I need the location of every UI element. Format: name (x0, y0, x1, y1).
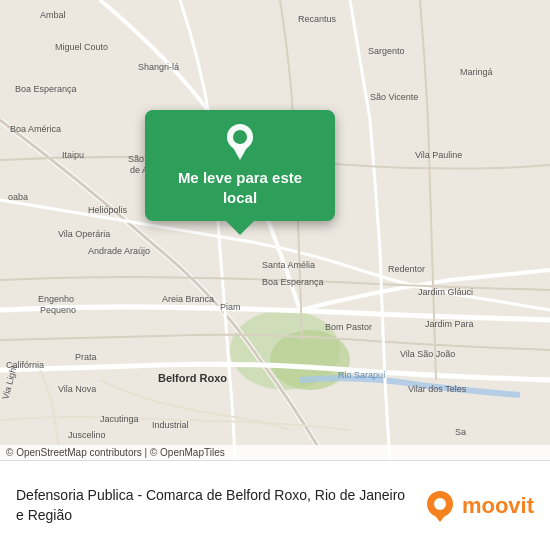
svg-text:Andrade Araújo: Andrade Araújo (88, 246, 150, 256)
svg-marker-47 (432, 512, 448, 522)
svg-text:Santa Amélia: Santa Amélia (262, 260, 315, 270)
moovit-brand-label: moovit (462, 493, 534, 519)
svg-text:Boa Esperança: Boa Esperança (262, 277, 324, 287)
popup-card[interactable]: Me leve para este local (145, 110, 335, 221)
svg-text:Boa América: Boa América (10, 124, 61, 134)
place-title: Defensoria Publica - Comarca de Belford … (16, 486, 424, 525)
svg-text:Sargento: Sargento (368, 46, 405, 56)
svg-text:Vila Pauline: Vila Pauline (415, 150, 462, 160)
svg-point-46 (434, 498, 446, 510)
svg-text:Miguel Couto: Miguel Couto (55, 42, 108, 52)
svg-text:Industrial: Industrial (152, 420, 189, 430)
svg-text:Boa Esperança: Boa Esperança (15, 84, 77, 94)
map-attribution: © OpenStreetMap contributors | © OpenMap… (0, 445, 550, 460)
svg-text:Jacutinga: Jacutinga (100, 414, 139, 424)
svg-text:Itaipu: Itaipu (62, 150, 84, 160)
svg-text:Redentor: Redentor (388, 264, 425, 274)
svg-marker-44 (231, 144, 249, 160)
svg-text:Maringá: Maringá (460, 67, 493, 77)
svg-text:Juscelino: Juscelino (68, 430, 106, 440)
svg-text:Bom Pastor: Bom Pastor (325, 322, 372, 332)
svg-text:Jardim Gláuci: Jardim Gláuci (418, 287, 473, 297)
svg-text:oaba: oaba (8, 192, 28, 202)
svg-text:Prata: Prata (75, 352, 97, 362)
svg-text:Jardim Para: Jardim Para (425, 319, 474, 329)
svg-text:Vila Operária: Vila Operária (58, 229, 110, 239)
svg-text:Pequeno: Pequeno (40, 305, 76, 315)
svg-text:Heliópolis: Heliópolis (88, 205, 128, 215)
location-pin-icon (221, 122, 259, 160)
svg-text:Areia Branca: Areia Branca (162, 294, 214, 304)
map-container[interactable]: Ambal Miguel Couto Boa Esperança Shangri… (0, 0, 550, 460)
svg-text:São Vicente: São Vicente (370, 92, 418, 102)
popup-label: Me leve para este local (161, 168, 319, 207)
moovit-pin-icon (424, 490, 456, 522)
svg-text:Piam: Piam (220, 302, 241, 312)
svg-text:Belford Roxo: Belford Roxo (158, 372, 227, 384)
svg-text:Rio Sarapuí: Rio Sarapuí (338, 370, 386, 380)
svg-text:Vilar dos Teles: Vilar dos Teles (408, 384, 467, 394)
info-bar: Defensoria Publica - Comarca de Belford … (0, 460, 550, 550)
svg-text:Vila Nova: Vila Nova (58, 384, 96, 394)
svg-point-43 (233, 130, 247, 144)
svg-text:Engenho: Engenho (38, 294, 74, 304)
svg-text:Ambal: Ambal (40, 10, 66, 20)
svg-text:Sa: Sa (455, 427, 466, 437)
moovit-logo: moovit (424, 490, 534, 522)
svg-text:Recantus: Recantus (298, 14, 337, 24)
svg-text:Vila São João: Vila São João (400, 349, 455, 359)
svg-text:Shangri-lá: Shangri-lá (138, 62, 179, 72)
